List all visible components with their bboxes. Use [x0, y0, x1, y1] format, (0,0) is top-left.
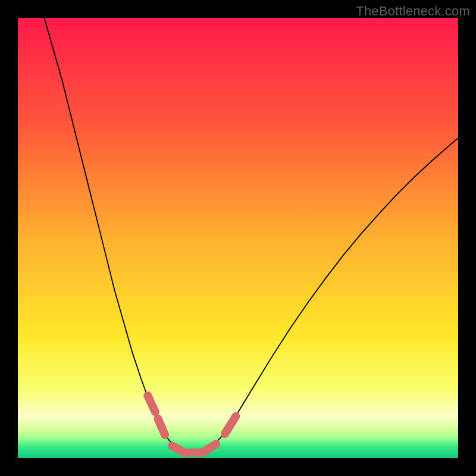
watermark-text: TheBottleneck.com	[356, 4, 470, 19]
chart-plot-area	[18, 18, 458, 458]
chart-svg	[18, 18, 458, 458]
gradient-background	[18, 18, 458, 458]
image-frame: TheBottleneck.com	[0, 0, 476, 476]
